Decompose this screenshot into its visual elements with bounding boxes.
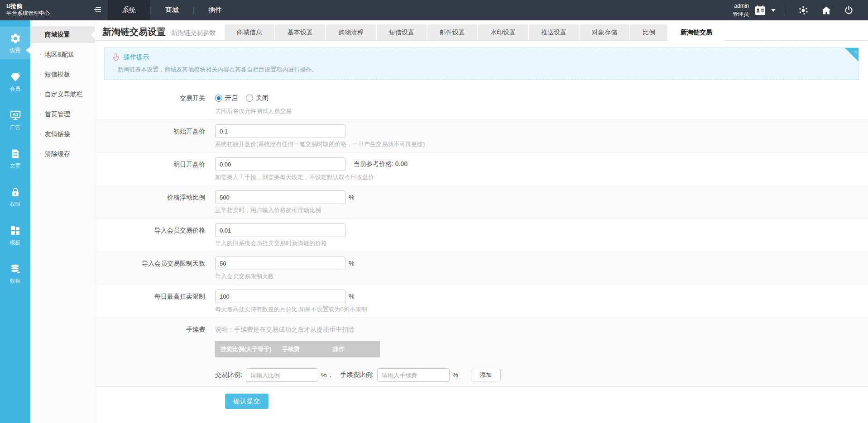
add-fee-button[interactable]: 添加 (471, 369, 501, 381)
page-title: 新淘链交易设置 (102, 26, 166, 38)
submenu-item-homepage[interactable]: ·首页管理 (30, 106, 95, 123)
form-row-import-limit-days: 导入会员交易限制天数 % 导入会员交易限制天数 (95, 252, 868, 285)
fee-ratio-label: 交易比例: (215, 371, 242, 379)
field-hint: 系统初始开盘价(系统没有任何一笔交易时取的价格，一旦产生交易就不可再更改) (215, 140, 425, 148)
tab-mall-info[interactable]: 商城信息 (225, 24, 274, 40)
field-label: 价格浮动比例 (95, 190, 215, 214)
app-logo-line2: 平台系统管理中心 (6, 10, 87, 17)
form-row-import-price: 导入会员交易价格 导入的旧系统会员挂卖交易时新淘链的价格 (95, 219, 868, 252)
fee-column-ratio: 挂卖比例(大于等于) (215, 345, 282, 353)
submenu-bullet: · (39, 51, 42, 58)
article-icon (10, 147, 21, 160)
app-root: U抢购 平台系统管理中心 系统 商城 插件 admin 管理员 (0, 0, 868, 423)
tab-xintaolian-trade[interactable]: 新淘链交易 (668, 24, 724, 41)
svg-text:AD: AD (12, 112, 18, 117)
sidebar-item-label: 会员 (10, 85, 21, 93)
gem-icon (10, 71, 21, 83)
percent-suffix: % (349, 194, 354, 201)
ad-board-icon: AD (10, 109, 21, 122)
topbar-right: admin 管理员 (733, 0, 868, 20)
form-row-tomorrow-price: 明日开盘价 当前参考价格: 0.00 如需要人工干预，则需要每天设定，不设定默认… (95, 153, 868, 185)
daily-max-ratio-input[interactable] (215, 290, 345, 303)
sidebar-item-label: 数据 (10, 277, 21, 285)
sidebar-item-templates[interactable]: 模板 (0, 219, 30, 252)
sidebar-item-label: 广告 (10, 124, 21, 131)
fee-ratio-input[interactable] (246, 368, 318, 382)
tab-sms-settings[interactable]: 短信设置 (377, 24, 427, 40)
sidebar-item-data[interactable]: 数据 (0, 257, 30, 290)
percent-suffix: % (321, 371, 326, 379)
sidebar-item-articles[interactable]: 文章 (0, 142, 30, 175)
tab-basic-settings[interactable]: 基本设置 (275, 24, 325, 40)
field-label: 明日开盘价 (95, 157, 215, 181)
submenu-item-label: 短信模板 (45, 71, 70, 78)
submenu-item-clear-cache[interactable]: ·清除缓存 (30, 146, 95, 162)
sidebar-item-settings[interactable]: 设置 (0, 27, 30, 59)
sidebar-item-members[interactable]: 会员 (0, 65, 30, 98)
import-price-input[interactable] (215, 223, 345, 237)
percent-suffix: % (452, 371, 458, 379)
chevron-down-icon[interactable] (771, 9, 776, 12)
topnav-item-mall[interactable]: 商城 (151, 0, 193, 20)
submenu-item-friend-links[interactable]: ·友情链接 (30, 126, 95, 143)
fee-table-header: 挂卖比例(大于等于) 手续费 操作 (215, 341, 380, 357)
float-ratio-input[interactable] (215, 190, 345, 204)
page-subtitle: 新淘链交易参数 (171, 29, 216, 37)
user-name: admin (733, 2, 749, 10)
field-label: 交易开关 (95, 91, 215, 115)
topbar-divider (784, 5, 784, 16)
field-hint: 正常挂卖时，用户输入价格的可浮动比例 (215, 206, 354, 214)
tab-push-settings[interactable]: 推送设置 (529, 24, 579, 40)
reference-price-text: 当前参考价格: 0.00 (354, 160, 408, 168)
submenu-bullet: · (39, 150, 42, 157)
field-hint: 关闭后将仅允许测试人员交易 (215, 107, 292, 115)
topnav-item-system[interactable]: 系统 (108, 0, 150, 20)
notice-collapse-button[interactable]: − (845, 48, 858, 62)
tab-object-storage[interactable]: 对象存储 (580, 24, 629, 40)
submenu-item-sms-template[interactable]: ·短信模板 (30, 66, 95, 83)
user-info[interactable]: admin 管理员 (733, 2, 749, 18)
field-hint: 每天最高挂卖持有数量的百分比,如果不设置或为0则不限制 (215, 305, 367, 314)
id-card-icon[interactable] (753, 4, 767, 17)
module-sidebar: 设置 会员 AD 广告 文章 权限 (0, 20, 30, 423)
submenu-bullet: · (39, 31, 42, 38)
app-logo[interactable]: U抢购 平台系统管理中心 (0, 0, 87, 20)
sidebar-collapse-button[interactable] (87, 0, 108, 20)
import-limit-days-input[interactable] (215, 257, 345, 270)
field-label: 导入会员交易限制天数 (95, 256, 215, 280)
sidebar-item-permissions[interactable]: 权限 (0, 181, 30, 213)
fee-note: 说明：手续费是在交易成功之后才从提现币中扣除 (215, 322, 501, 337)
fee-rate-input[interactable] (377, 368, 450, 382)
tomorrow-price-input[interactable] (215, 157, 345, 171)
pointing-hand-icon (112, 52, 120, 62)
sidebar-item-label: 模板 (10, 239, 21, 247)
topbar: U抢购 平台系统管理中心 系统 商城 插件 admin 管理员 (0, 0, 868, 20)
power-icon[interactable] (844, 5, 854, 15)
initial-price-input[interactable] (215, 124, 345, 138)
confirm-submit-button[interactable]: 确认提交 (225, 394, 269, 409)
submenu-item-label: 地区&配送 (45, 51, 74, 58)
submenu-bullet: · (39, 130, 42, 138)
submenu-item-region-shipping[interactable]: ·地区&配送 (30, 46, 95, 63)
sidebar-item-ads[interactable]: AD 广告 (0, 104, 30, 136)
modules-icon[interactable] (798, 5, 809, 16)
settings-tabs: 商城信息 基本设置 购物流程 短信设置 邮件设置 水印设置 推送设置 对象存储 … (225, 24, 725, 40)
form-row-float-ratio: 价格浮动比例 % 正常挂卖时，用户输入价格的可浮动比例 (95, 185, 868, 219)
tab-mail-settings[interactable]: 邮件设置 (427, 24, 477, 40)
database-icon (10, 263, 21, 276)
radio-trade-off[interactable] (246, 95, 253, 102)
sidebar-item-label: 文章 (10, 162, 21, 170)
submenu-item-custom-nav[interactable]: ·自定义导航栏 (30, 86, 95, 103)
percent-suffix: % (349, 293, 354, 300)
home-icon[interactable] (821, 5, 832, 16)
radio-trade-on[interactable] (215, 95, 222, 102)
tab-watermark-settings[interactable]: 水印设置 (478, 24, 528, 40)
field-label: 手续费 (95, 322, 215, 382)
fee-column-fee: 手续费 (282, 345, 333, 353)
notice-message: ·新淘链基本设置，商城及其他模块相关内容在其各自栏目设置项内进行操作。 (112, 66, 851, 74)
topnav-item-plugin[interactable]: 插件 (194, 0, 236, 20)
tab-ratio[interactable]: 比例 (630, 24, 667, 40)
radio-trade-off-label: 关闭 (256, 94, 269, 102)
submenu-item-mall-settings[interactable]: ·商城设置 (30, 26, 95, 43)
tab-shopping-flow[interactable]: 购物流程 (326, 24, 376, 40)
